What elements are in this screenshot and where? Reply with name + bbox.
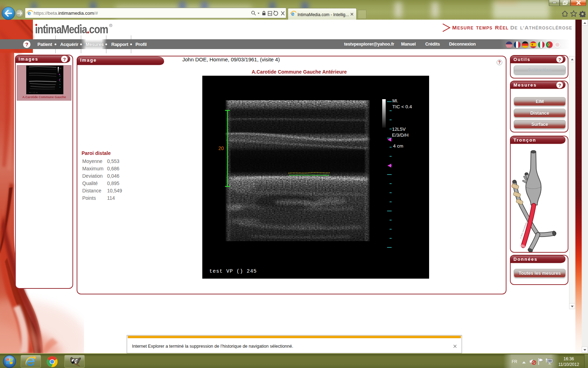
svg-text:?: ? bbox=[558, 57, 561, 62]
svg-text:MI.T () 2%: MI.T () 2% bbox=[29, 92, 38, 93]
svg-text:?: ? bbox=[558, 83, 561, 88]
svg-text:test VP () 245: test VP () 245 bbox=[209, 268, 257, 274]
svg-text:E/3/D/H: E/3/D/H bbox=[392, 132, 408, 138]
svg-text:MI.: MI. bbox=[392, 98, 398, 103]
svg-text:20: 20 bbox=[218, 145, 224, 151]
svg-text:4 cm: 4 cm bbox=[393, 143, 403, 149]
svg-text:?: ? bbox=[63, 57, 66, 62]
svg-text:T2: T2 bbox=[59, 68, 61, 69]
svg-text:12L5V: 12L5V bbox=[392, 127, 406, 132]
svg-text:TIC < 0.4: TIC < 0.4 bbox=[392, 104, 412, 109]
